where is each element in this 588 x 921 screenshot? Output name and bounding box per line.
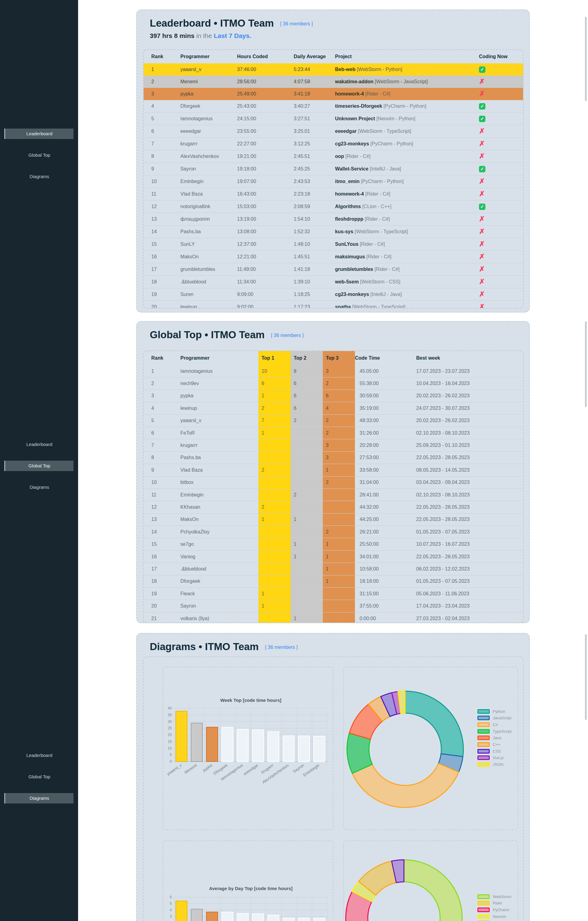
code-time-cell: 25:50:00: [355, 538, 416, 550]
scrollbar-thumb[interactable]: [585, 17, 587, 101]
programmer-cell: AlexVashchenkov: [181, 154, 237, 159]
rank-cell: 10: [151, 179, 181, 184]
scrollbar-thumb[interactable]: [585, 634, 587, 720]
svg-text:AlexVashchenkov: AlexVashchenkov: [261, 763, 290, 784]
week-top-bar-chart-panel: 0510152025303540yaaarsl_vMenemipypkaDfor…: [163, 667, 334, 830]
coding-now-cell: ✗: [479, 153, 523, 160]
code-time-cell: 20:28:00: [355, 439, 416, 451]
programmer-cell: Vlad Baza: [181, 467, 259, 473]
top1-cell: 1: [259, 514, 291, 526]
hours-coded-cell: 9:09:00: [237, 292, 294, 297]
code-time-cell: 0:00:00: [355, 612, 416, 623]
svg-text:Average by Day Top [code time: Average by Day Top [code time hours]: [209, 886, 293, 891]
sidebar-item-global-top[interactable]: Global Top: [4, 460, 73, 471]
table-row: 5Iamnotagenius24:15:003:27:51Unknown Pro…: [143, 112, 523, 125]
top2-cell: [291, 526, 323, 538]
programmer-cell: Pashs.ba: [181, 229, 237, 234]
svg-text:5: 5: [169, 901, 172, 906]
top1-cell: [259, 551, 291, 563]
programmer-cell: volkaris (Ilya): [181, 616, 259, 622]
project-cell: homework-4 [Rider - C#]: [335, 191, 479, 197]
rank-cell: 11: [151, 492, 181, 498]
hours-coded-cell: 19:21:00: [237, 154, 294, 159]
sidebar-item-global-top[interactable]: Global Top: [4, 150, 73, 160]
project-cell: grumbletumbles [Rider - C#]: [335, 267, 479, 272]
coding-now-cell: ✓: [479, 166, 523, 172]
sidebar-item-diagrams[interactable]: Diagrams: [4, 171, 73, 182]
svg-text:30: 30: [168, 719, 172, 724]
legend-label: PyCharm: [493, 908, 509, 912]
legend-item-css: CSS: [477, 749, 511, 753]
table-row: 17.&blueblood110:58:0006.02.2023 - 12.02…: [143, 563, 523, 575]
table-row: 16MaksOn12:21:001:45:51maksimugus [Rider…: [143, 251, 523, 263]
legend-swatch: [477, 901, 490, 905]
top1-cell: 7: [259, 415, 291, 427]
rank-cell: 13: [151, 517, 181, 522]
scrollbar-thumb[interactable]: [585, 321, 587, 407]
top2-cell: [291, 452, 323, 464]
project-name: spatha: [335, 304, 351, 309]
members-link[interactable]: [ 36 members ]: [271, 333, 304, 338]
rank-cell: 1: [151, 67, 181, 72]
project-name: Unknown Project: [335, 116, 375, 121]
leaderboard-card: Leaderboard • ITMO Team [ 36 members ] 3…: [136, 10, 530, 312]
last-7-days-link[interactable]: Last 7 Days.: [214, 32, 251, 39]
top2-cell: [291, 501, 323, 513]
top3-cell: 3: [323, 365, 355, 377]
sidebar-item-leaderboard[interactable]: Leaderboard: [4, 439, 73, 450]
best-week-cell: 01.05.2023 - 07.05.2023: [416, 529, 523, 535]
programmer-cell: Vlad Baza: [181, 191, 237, 197]
legend-item-pycharm: PyCharm: [477, 908, 511, 912]
column-header-daily-average: Daily Average: [294, 54, 335, 59]
svg-text:yaaarsl_v: yaaarsl_v: [166, 763, 183, 776]
hours-coded-cell: 12:21:00: [237, 254, 294, 260]
top2-cell: 1: [291, 538, 323, 550]
sidebar-item-global-top[interactable]: Global Top: [4, 771, 73, 782]
sidebar-item-diagrams[interactable]: Diagrams: [4, 482, 73, 493]
hours-coded-cell: 28:56:00: [237, 79, 294, 85]
best-week-cell: 06.02.2023 - 12.02.2023: [416, 566, 523, 572]
best-week-cell: 02.10.2023 - 08.10.2023: [416, 430, 523, 436]
project-meta: [PyCharm - Python]: [382, 103, 426, 109]
hours-coded-cell: 12:37:00: [237, 241, 294, 247]
coding-now-cell: ✗: [479, 140, 523, 147]
daily-average-cell: 2:43:53: [294, 179, 335, 184]
cross-icon: ✗: [479, 215, 485, 223]
project-cell: wakatime-addon [WebStorm - JavaScript]: [335, 79, 479, 85]
sidebar-item-leaderboard[interactable]: Leaderboard: [4, 750, 73, 761]
project-name: cg23-monkeys: [335, 141, 369, 146]
legend-label: Rider: [493, 901, 502, 905]
members-link[interactable]: [ 36 members ]: [265, 644, 298, 650]
table-row: 12notoriginallink15:03:002:08:59Algorith…: [143, 200, 523, 213]
daily-average-cell: 1:54:10: [294, 216, 335, 222]
svg-text:0: 0: [169, 759, 172, 764]
project-name: Beb-web: [335, 67, 355, 72]
hours-coded-cell: 22:27:00: [237, 141, 294, 146]
coding-now-cell: ✗: [479, 78, 523, 85]
programmer-cell: флэшдроппп: [181, 216, 237, 222]
programmer-cell: bitbox: [181, 480, 259, 485]
svg-text:Sayron: Sayron: [292, 763, 305, 774]
legend-swatch: [477, 735, 490, 740]
code-time-cell: 27:53:00: [355, 452, 416, 464]
legend-swatch: [477, 742, 490, 747]
programmer-cell: SunLY: [181, 241, 237, 247]
daily-average-cell: 1:52:32: [294, 229, 335, 234]
legend-label: TypeScript: [493, 729, 511, 734]
programmer-cell: FeToR: [181, 430, 259, 436]
sidebar-item-leaderboard[interactable]: Leaderboard: [4, 129, 73, 139]
code-time-cell: 10:58:00: [355, 563, 416, 575]
hours-coded-cell: 16:43:00: [237, 191, 294, 197]
code-time-cell: 28:41:00: [355, 489, 416, 501]
programmer-cell: krugarrr: [181, 443, 259, 448]
rank-cell: 17: [151, 566, 181, 572]
project-meta: [PyCharm - Python]: [360, 179, 404, 184]
hours-coded-cell: 24:15:00: [237, 116, 294, 122]
members-link[interactable]: [ 36 members ]: [280, 21, 313, 26]
rank-cell: 2: [151, 79, 181, 85]
programmer-cell: Sayron: [181, 166, 237, 172]
code-time-cell: 45:05:00: [355, 365, 416, 377]
rank-cell: 8: [151, 455, 181, 460]
sidebar-item-diagrams[interactable]: Diagrams: [4, 793, 73, 804]
table-row: 8AlexVashchenkov19:21:002:45:51oop [Ride…: [143, 150, 523, 163]
